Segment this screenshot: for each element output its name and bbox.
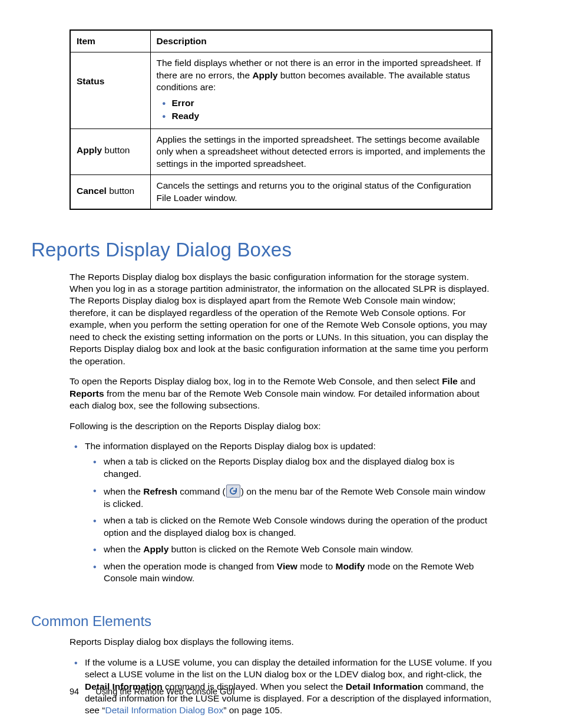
update-list-lead: The information displayed on the Reports… xyxy=(85,441,376,451)
update-item-tab: when a tab is clicked on the Reports Dis… xyxy=(100,456,492,485)
status-bullet-ready: Ready xyxy=(172,110,485,123)
refresh-icon xyxy=(226,485,240,498)
update-item-refresh: when the Refresh command () on the menu … xyxy=(100,485,492,515)
update-list: The information displayed on the Reports… xyxy=(70,440,492,593)
page-number: 94 xyxy=(70,686,79,697)
row-apply-label: Apply button xyxy=(77,144,130,156)
para-intro: The Reports Display dialog box displays … xyxy=(70,271,492,368)
subsection-heading: Common Elements xyxy=(31,612,492,631)
config-table: Item Description Status The field displa… xyxy=(70,29,492,210)
table-header-item: Item xyxy=(70,30,150,52)
para-common-lead: Reports Display dialog box displays the … xyxy=(70,636,492,648)
footer-title: Using the Remote Web Console GUI xyxy=(95,687,235,696)
row-cancel-desc: Cancels the settings and returns you to … xyxy=(150,175,492,209)
status-bullet-error: Error xyxy=(172,97,485,110)
update-item-apply: when the Apply button is clicked on the … xyxy=(100,543,492,560)
update-item-tab-windows: when a tab is clicked on the Remote Web … xyxy=(100,515,492,543)
para-desc-lead: Following is the description on the Repo… xyxy=(70,420,492,432)
section-heading: Reports Display Dialog Boxes xyxy=(31,237,492,263)
row-apply-desc: Applies the settings in the imported spr… xyxy=(150,129,492,174)
page-footer: 94 Using the Remote Web Console GUI xyxy=(70,686,235,697)
para-open: To open the Reports Display dialog box, … xyxy=(70,375,492,411)
row-status-desc: The field displays whether or not there … xyxy=(150,52,492,129)
row-status-label: Status xyxy=(77,75,104,87)
detail-info-link[interactable]: Detail Information Dialog Box xyxy=(105,705,223,715)
update-item-mode: when the operation mode is changed from … xyxy=(100,561,492,589)
row-cancel-label: Cancel button xyxy=(77,185,134,197)
table-header-desc: Description xyxy=(150,30,492,52)
